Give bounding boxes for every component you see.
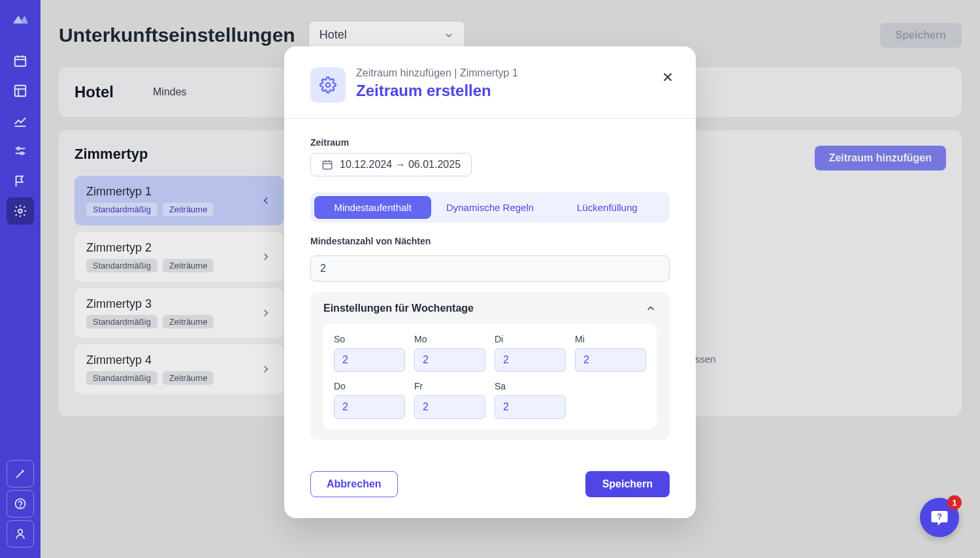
modal-body: Zeitraum 10.12.2024 → 06.01.2025 Mindest… bbox=[284, 119, 696, 458]
weekday-label: Do bbox=[334, 381, 405, 391]
weekday-item: Do bbox=[334, 381, 405, 419]
weekday-input[interactable] bbox=[495, 348, 566, 372]
weekday-input[interactable] bbox=[414, 395, 485, 419]
zeitraum-label: Zeitraum bbox=[310, 137, 670, 148]
tab-dynamische-regeln[interactable]: Dynamische Regeln bbox=[431, 196, 548, 219]
tab-lueckenfuellung[interactable]: Lückenfüllung bbox=[549, 196, 666, 219]
weekday-input[interactable] bbox=[334, 395, 405, 419]
nights-label: Mindestanzahl von Nächten bbox=[310, 236, 670, 246]
weekday-label: Fr bbox=[414, 381, 485, 391]
weekday-label: So bbox=[334, 334, 405, 344]
modal-gear-icon bbox=[310, 67, 346, 103]
weekdays-toggle[interactable]: Einstellungen für Wochentage bbox=[323, 303, 657, 314]
weekday-input[interactable] bbox=[495, 395, 566, 419]
weekday-item: Sa bbox=[495, 381, 566, 419]
modal-breadcrumb: Zeitraum hinzufügen | Zimmertyp 1 bbox=[356, 67, 518, 79]
weekday-label: Mi bbox=[575, 334, 646, 344]
date-range-text: 10.12.2024 → 06.01.2025 bbox=[340, 159, 461, 171]
svg-point-16 bbox=[326, 83, 331, 88]
zeitraum-modal: Zeitraum hinzufügen | Zimmertyp 1 Zeitra… bbox=[284, 46, 696, 518]
weekday-label: Sa bbox=[495, 381, 566, 391]
cancel-button[interactable]: Abbrechen bbox=[310, 471, 398, 497]
weekday-item: Di bbox=[495, 334, 566, 372]
weekdays-panel: Einstellungen für Wochentage SoMoDiMiDoF… bbox=[310, 292, 670, 440]
help-badge: 1 bbox=[947, 495, 962, 510]
weekday-input[interactable] bbox=[575, 348, 646, 372]
date-range-input[interactable]: 10.12.2024 → 06.01.2025 bbox=[310, 153, 472, 176]
weekday-item: Fr bbox=[414, 381, 485, 419]
tab-mindestaufenthalt[interactable]: Mindestaufenthalt bbox=[314, 196, 431, 219]
weekday-item: So bbox=[334, 334, 405, 372]
close-icon[interactable] bbox=[661, 70, 675, 84]
weekday-input[interactable] bbox=[414, 348, 485, 372]
modal-footer: Abbrechen Speichern bbox=[284, 458, 696, 518]
tab-group: Mindestaufenthalt Dynamische Regeln Lück… bbox=[310, 192, 670, 223]
calendar-icon bbox=[321, 159, 333, 171]
weekday-item: Mo bbox=[414, 334, 485, 372]
weekday-label: Di bbox=[495, 334, 566, 344]
nights-input[interactable] bbox=[310, 255, 670, 282]
svg-rect-19 bbox=[323, 161, 332, 169]
modal-header: Zeitraum hinzufügen | Zimmertyp 1 Zeitra… bbox=[284, 46, 696, 119]
chat-icon: ? bbox=[930, 508, 949, 527]
chevron-up-icon bbox=[645, 303, 657, 314]
help-fab[interactable]: ? 1 bbox=[920, 498, 959, 537]
weekday-item: Mi bbox=[575, 334, 646, 372]
save-button[interactable]: Speichern bbox=[585, 471, 670, 497]
weekday-input[interactable] bbox=[334, 348, 405, 372]
weekdays-grid: SoMoDiMiDoFrSa bbox=[323, 323, 657, 429]
modal-title: Zeitraum erstellen bbox=[356, 82, 518, 100]
svg-text:?: ? bbox=[937, 512, 942, 521]
weekday-label: Mo bbox=[414, 334, 485, 344]
weekdays-title: Einstellungen für Wochentage bbox=[323, 303, 474, 314]
